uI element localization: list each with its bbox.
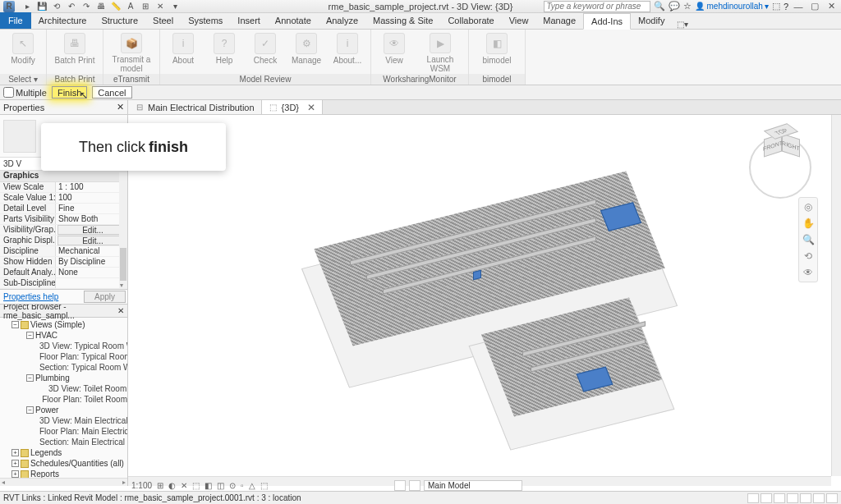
workset-icon[interactable] <box>394 480 406 491</box>
graphic-display-edit-button[interactable]: Edit... <box>57 236 126 245</box>
tab-systems[interactable]: Systems <box>181 12 230 29</box>
view-control-bar[interactable]: 1:100 ⊞ ◐ ✕ ⬚ ◧ ◫ ⊙ ▫ △ ⬚ <box>131 479 268 491</box>
tree-item[interactable]: −Power <box>0 405 127 415</box>
tab-annotate[interactable]: Annotate <box>268 12 319 29</box>
expander-icon[interactable]: + <box>11 460 19 467</box>
detail-level-value[interactable]: Fine <box>56 204 127 213</box>
tab-insert[interactable]: Insert <box>230 12 268 29</box>
tab-modify[interactable]: Modify <box>631 12 672 29</box>
dim-icon[interactable]: A <box>125 1 136 12</box>
tab-view[interactable]: View <box>502 12 536 29</box>
launch-wsm-button[interactable]: ▶Launch WSM <box>417 31 463 73</box>
measure-icon[interactable]: 📏 <box>110 1 122 12</box>
tab-structure[interactable]: Structure <box>94 12 145 29</box>
tree-item[interactable]: Floor Plan: Typical Room <box>0 351 127 362</box>
select-face-icon[interactable] <box>787 493 798 503</box>
project-browser-close-icon[interactable]: ✕ <box>117 306 124 315</box>
qat-dropdown-icon[interactable]: ▾ <box>169 1 181 12</box>
count-icon[interactable] <box>826 493 838 503</box>
batch-print-button[interactable]: 🖶Batch Print <box>52 31 98 73</box>
thin-icon[interactable]: ⊞ <box>140 1 151 12</box>
default-analy-value[interactable]: None <box>56 268 127 277</box>
favorite-icon[interactable]: ☆ <box>683 1 692 11</box>
tab-steel[interactable]: Steel <box>145 12 181 29</box>
properties-scrollbar[interactable]: ▾ <box>119 172 127 289</box>
look-icon[interactable]: 👁 <box>803 267 813 278</box>
reveal-icon[interactable]: ⬚ <box>260 481 268 490</box>
discipline-value[interactable]: Mechanical <box>56 246 127 256</box>
select-underlay-icon[interactable] <box>761 493 772 503</box>
visibility-edit-button[interactable]: Edit... <box>57 225 126 235</box>
tree-item[interactable]: −Views (Simple) <box>0 319 127 330</box>
tab-manage[interactable]: Manage <box>535 12 583 29</box>
browser-hscroll[interactable]: ◂▸ <box>0 478 127 486</box>
doc-tab-3d[interactable]: ⬚ {3D} ✕ <box>262 100 323 114</box>
navigation-bar[interactable]: ◎ ✋ 🔍 ⟲ 👁 <box>798 197 818 282</box>
ribbon-mode-toggle[interactable]: ⬚▾ <box>677 20 688 29</box>
visual-style-icon[interactable]: ✕ <box>181 481 187 490</box>
expander-icon[interactable]: − <box>26 406 34 414</box>
revit-logo-icon[interactable]: R <box>3 1 15 12</box>
search-icon[interactable]: 🔍 <box>654 1 665 11</box>
sync-icon[interactable]: ⟲ <box>51 1 62 12</box>
tree-item[interactable]: Section: Main Electrical D <box>0 437 127 447</box>
detail-icon[interactable]: ◐ <box>168 481 176 490</box>
open-icon[interactable]: ▸ <box>21 1 33 12</box>
undo-icon[interactable]: ↶ <box>66 1 77 12</box>
show-hidden-value[interactable]: By Discipline <box>56 257 127 267</box>
help-icon[interactable]: ? <box>784 2 788 11</box>
doc-tab-main-elec[interactable]: ⊟ Main Electrical Distribution <box>128 100 262 114</box>
tree-item[interactable]: 3D View: Typical Room W <box>0 341 127 351</box>
crop-show-icon[interactable]: ▫ <box>241 481 244 490</box>
tree-item[interactable]: Floor Plan: Toilet Room <box>0 394 127 405</box>
finish-button[interactable]: Finish ↖ <box>52 86 87 99</box>
tab-analyze[interactable]: Analyze <box>319 12 365 29</box>
apply-button[interactable]: Apply <box>84 291 126 303</box>
wheel-icon[interactable]: ◎ <box>804 201 812 213</box>
filter-icon[interactable] <box>813 493 825 503</box>
bimodel-button[interactable]: ◧bimodel <box>474 31 520 73</box>
lock-icon[interactable]: △ <box>249 481 255 490</box>
parts-visibility-value[interactable]: Show Both <box>56 214 127 224</box>
tree-item[interactable]: Section: Typical Room WS <box>0 362 127 373</box>
tree-item[interactable]: −HVAC <box>0 330 127 341</box>
close-icon[interactable]: ✕ <box>154 1 166 12</box>
modify-button[interactable]: ↖Modify <box>5 31 41 73</box>
zoom-icon[interactable]: 🔍 <box>802 234 815 245</box>
orbit-icon[interactable]: ⟲ <box>804 250 812 262</box>
expander-icon[interactable]: + <box>11 449 19 456</box>
tab-architecture[interactable]: Architecture <box>31 12 94 29</box>
tree-item[interactable]: 3D View: Toilet Room <box>0 383 127 394</box>
expander-icon[interactable]: + <box>11 470 19 478</box>
tree-item[interactable]: +Legends <box>0 447 127 458</box>
multiple-checkbox[interactable]: Multiple <box>3 87 47 98</box>
properties-help-link[interactable]: Properties help <box>0 292 58 301</box>
redo-icon[interactable]: ↷ <box>80 1 92 12</box>
tree-item[interactable]: 3D View: Main Electrical D <box>0 415 127 426</box>
print-icon[interactable]: 🖶 <box>95 1 107 12</box>
tree-item[interactable]: −Plumbing <box>0 373 127 383</box>
manage-button[interactable]: ⚙Manage <box>288 31 324 73</box>
tab-close-icon[interactable]: ✕ <box>307 102 315 113</box>
view-cube[interactable]: FRONT RIGHT TOP <box>749 125 811 187</box>
expander-icon[interactable]: − <box>11 321 19 328</box>
about2-button[interactable]: iAbout... <box>329 31 365 73</box>
sun-icon[interactable]: ⬚ <box>192 481 200 490</box>
tree-item[interactable]: Floor Plan: Main Electrica <box>0 426 127 437</box>
editable-icon[interactable] <box>409 480 420 491</box>
crop-icon[interactable]: ⊙ <box>229 481 236 490</box>
minimize-button[interactable]: — <box>792 2 805 11</box>
transmit-button[interactable]: 📦Transmit a model <box>108 31 154 73</box>
comm-icon[interactable]: 💬 <box>669 1 680 11</box>
help-button[interactable]: ?Help <box>206 31 242 73</box>
drag-icon[interactable] <box>800 493 811 503</box>
select-pinned-icon[interactable] <box>774 493 785 503</box>
view-scale-value[interactable]: 1 : 100 <box>56 182 127 192</box>
maximize-button[interactable]: ▢ <box>808 1 821 11</box>
main-model-combo[interactable]: Main Model <box>424 480 522 491</box>
about-button[interactable]: iAbout <box>165 31 201 73</box>
tab-collaborate[interactable]: Collaborate <box>440 12 501 29</box>
tab-massing[interactable]: Massing & Site <box>365 12 440 29</box>
wsm-view-button[interactable]: 👁View <box>376 31 412 73</box>
search-input[interactable] <box>544 1 650 12</box>
